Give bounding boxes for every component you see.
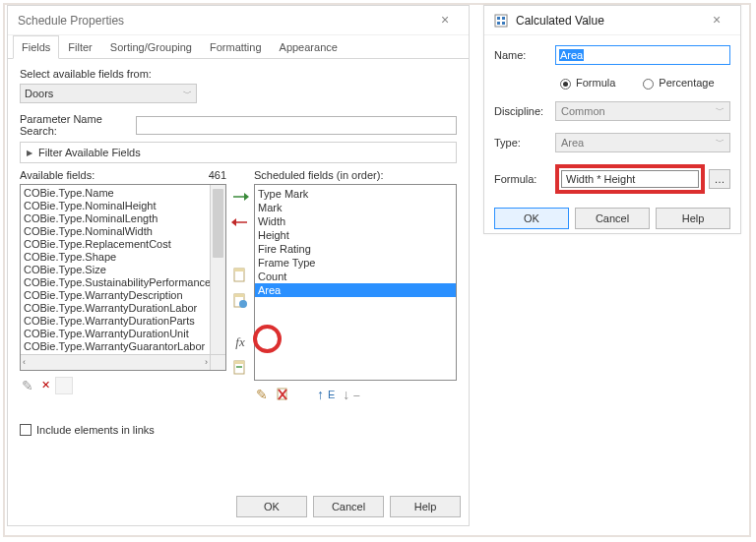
list-item[interactable]: Fire Rating [258,242,453,256]
move-down-button[interactable]: ↓ [343,387,349,402]
param-search-input[interactable] [136,116,457,135]
type-dropdown[interactable]: Area ﹀ [555,133,730,152]
list-item[interactable]: Type Mark [258,187,453,201]
tab-filter[interactable]: Filter [59,35,100,59]
help-button[interactable]: Help [390,496,461,517]
scrollbar-vertical[interactable] [210,185,225,354]
titlebar[interactable]: Schedule Properties × [8,6,469,35]
edit-icon[interactable]: ✎ [256,387,268,402]
available-fields-list[interactable]: COBie.Type.Name COBie.Type.NominalHeight… [20,184,226,371]
list-item[interactable]: COBie.Type.NominalHeight [24,200,207,212]
list-item[interactable]: COBie.Type.WarrantyDescription [24,289,207,302]
triangle-right-icon: ▶ [27,149,32,157]
help-button[interactable]: Help [656,208,730,229]
list-item[interactable]: COBie.Type.WarrantyGuarantorLabor [24,340,207,353]
ok-button[interactable]: OK [236,496,307,517]
add-field-button[interactable] [229,187,251,207]
add-shared-parameter-button[interactable] [229,291,251,311]
scrollbar-horizontal[interactable]: ‹› [21,354,210,370]
delete-icon[interactable]: ✕ [41,379,50,391]
list-item[interactable]: COBie.Type.ReplacementCost [24,238,207,251]
remove-field-button[interactable] [229,212,251,232]
tab-label: Appearance [280,41,338,53]
name-label: Name: [494,49,555,61]
window-title: Calculated Value [516,14,699,28]
dialog-buttons: OK Cancel Help [494,208,730,229]
tab-label: Formatting [210,41,262,53]
list-item[interactable]: Height [258,228,453,242]
list-item[interactable]: COBie.Type.Name [24,187,207,200]
list-item[interactable]: COBie.Type.NominalLength [24,212,207,225]
formula-label: Formula: [494,173,555,185]
list-item[interactable]: Mark [258,201,453,214]
type-value: Area [561,137,584,149]
chevron-down-icon: ﹀ [183,88,192,100]
list-item[interactable]: Width [258,214,453,228]
available-fields-count: 461 [209,169,226,181]
filter-fields-header[interactable]: ▶ Filter Available Fields [20,142,457,163]
list-item[interactable]: COBie.Type.Shape [24,251,207,264]
transfer-buttons: fx [226,169,254,378]
left-toolrow: ✎ ✕ [20,371,226,394]
formula-browse-button[interactable]: … [709,169,730,189]
calculated-value-button[interactable]: fx [229,332,251,352]
calculated-value-dialog: Calculated Value × Name: Area Formula Pe… [483,5,741,234]
include-links-checkbox[interactable] [20,424,32,436]
list-item[interactable]: Count [258,270,453,283]
dialog-buttons: OK Cancel Help [236,496,461,517]
svg-rect-16 [497,17,500,20]
svg-rect-18 [497,22,500,25]
new-parameter-button[interactable] [229,266,251,285]
chevron-down-icon: ﹀ [716,136,724,149]
list-item[interactable]: COBie.Type.SustainabilityPerformance [24,276,207,289]
tab-appearance[interactable]: Appearance [271,35,346,59]
filter-fields-label: Filter Available Fields [38,147,141,158]
svg-rect-11 [236,366,242,368]
dialog-body: Name: Area Formula Percentage Discipline… [484,35,740,239]
discipline-value: Common [561,105,605,117]
svg-marker-3 [231,218,236,226]
scheduled-fields-list[interactable]: Type Mark Mark Width Height Fire Rating … [254,184,457,381]
percentage-radio[interactable]: Percentage [643,77,714,90]
select-from-label: Select available fields from: [20,68,457,80]
right-toolrow: ✎ ↑E ↓– [254,381,457,402]
tab-fields[interactable]: Fields [13,35,59,59]
discipline-label: Discipline: [494,105,555,117]
schedule-properties-dialog: Schedule Properties × Fields Filter Sort… [7,5,470,526]
red-box-annotation: Width * Height [555,164,705,194]
dialog-body: Select available fields from: Doors ﹀ Pa… [8,59,469,440]
svg-rect-5 [234,269,244,271]
cancel-button[interactable]: Cancel [575,208,650,229]
edit-icon[interactable]: ✎ [22,378,33,393]
list-item[interactable]: Frame Type [258,256,453,270]
list-item-selected[interactable]: Area [255,283,456,297]
tab-sorting[interactable]: Sorting/Grouping [101,35,201,59]
formula-value: Width * Height [566,173,635,185]
list-item[interactable]: COBie.Type.NominalWidth [24,225,207,238]
delete-icon[interactable] [276,387,289,402]
list-item[interactable]: COBie.Type.Size [24,264,207,276]
formula-radio[interactable]: Formula [560,77,615,90]
list-item[interactable]: COBie.Type.WarrantyDurationUnit [24,328,207,340]
close-icon[interactable]: × [427,9,463,32]
ok-button[interactable]: OK [494,208,569,229]
svg-point-8 [239,300,247,308]
titlebar[interactable]: Calculated Value × [484,6,740,35]
svg-rect-19 [502,22,505,25]
tab-formatting[interactable]: Formatting [201,35,271,59]
list-item[interactable]: COBie.Type.WarrantyDurationParts [24,315,207,328]
close-icon[interactable]: × [699,9,734,32]
combine-parameters-button[interactable] [229,358,251,378]
new-param-icon[interactable] [55,377,73,394]
discipline-dropdown[interactable]: Common ﹀ [555,101,730,121]
formula-input[interactable]: Width * Height [561,170,699,188]
app-icon [494,13,510,29]
list-item[interactable]: COBie.Type.WarrantyDurationLabor [24,302,207,315]
window-title: Schedule Properties [18,14,427,28]
include-links-label: Include elements in links [36,424,155,436]
available-fields-label: Available fields: [20,169,94,181]
move-up-button[interactable]: ↑ [317,387,324,402]
select-from-dropdown[interactable]: Doors ﹀ [20,84,197,103]
name-input[interactable]: Area [555,45,730,65]
cancel-button[interactable]: Cancel [313,496,384,517]
